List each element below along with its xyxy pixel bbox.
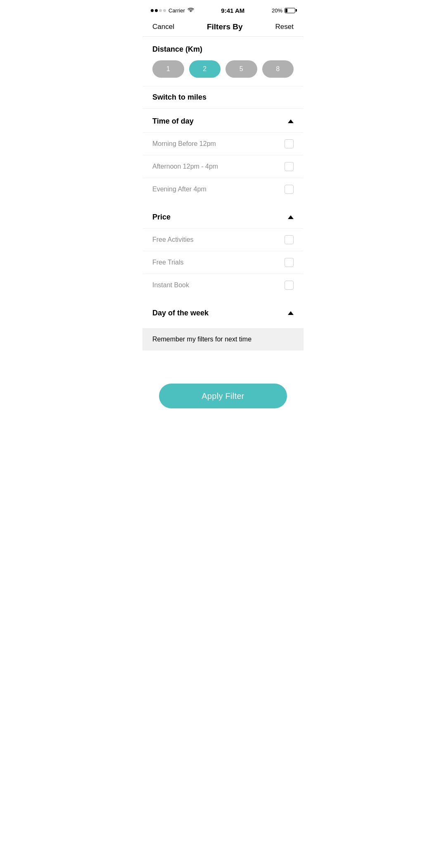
- distance-title: Distance (Km): [152, 45, 294, 54]
- evening-checkbox[interactable]: [285, 185, 294, 194]
- battery-fill: [285, 9, 288, 12]
- morning-checkbox[interactable]: [285, 139, 294, 148]
- nav-bar: Cancel Filters By Reset: [142, 18, 304, 37]
- free-activities-row[interactable]: Free Activities: [142, 228, 304, 251]
- switch-miles-row[interactable]: Switch to miles: [142, 86, 304, 109]
- day-of-week-arrow-icon: [288, 311, 294, 315]
- signal-icon: [151, 9, 166, 12]
- battery-icon: [285, 8, 295, 13]
- distance-buttons: 1 2 5 8: [152, 60, 294, 78]
- morning-label: Morning Before 12pm: [152, 140, 216, 148]
- distance-option-3[interactable]: 5: [225, 60, 257, 78]
- wifi-icon: [187, 8, 194, 13]
- morning-row[interactable]: Morning Before 12pm: [142, 132, 304, 155]
- carrier-label: Carrier: [168, 7, 185, 14]
- reset-button[interactable]: Reset: [275, 23, 294, 31]
- page-title: Filters By: [207, 22, 243, 31]
- remember-label: Remember my filters for next time: [152, 336, 251, 343]
- remember-bar[interactable]: Remember my filters for next time: [142, 328, 304, 351]
- switch-miles-label: Switch to miles: [152, 93, 206, 101]
- instant-book-checkbox[interactable]: [285, 281, 294, 290]
- time-of-day-arrow-icon: [288, 119, 294, 123]
- time-of-day-header[interactable]: Time of day: [142, 109, 304, 132]
- cancel-button[interactable]: Cancel: [152, 23, 174, 31]
- free-trials-row[interactable]: Free Trials: [142, 251, 304, 274]
- status-time: 9:41 AM: [221, 7, 244, 14]
- status-right: 20%: [272, 7, 295, 14]
- instant-book-label: Instant Book: [152, 281, 189, 289]
- evening-row[interactable]: Evening After 4pm: [142, 178, 304, 200]
- evening-label: Evening After 4pm: [152, 186, 206, 193]
- price-arrow-icon: [288, 215, 294, 219]
- apply-btn-container: Apply Filter: [142, 375, 304, 421]
- spacer: [142, 351, 304, 375]
- free-trials-label: Free Trials: [152, 259, 184, 266]
- day-of-week-header[interactable]: Day of the week: [142, 300, 304, 324]
- signal-dot-4: [163, 9, 166, 12]
- signal-dot-1: [151, 9, 154, 12]
- day-of-week-title: Day of the week: [152, 309, 209, 317]
- status-left: Carrier: [151, 7, 194, 14]
- status-bar: Carrier 9:41 AM 20%: [142, 0, 304, 18]
- afternoon-label: Afternoon 12pm - 4pm: [152, 163, 218, 170]
- signal-dot-3: [159, 9, 162, 12]
- price-header[interactable]: Price: [142, 205, 304, 228]
- distance-section: Distance (Km) 1 2 5 8: [142, 37, 304, 78]
- battery-percentage: 20%: [272, 7, 282, 14]
- afternoon-row[interactable]: Afternoon 12pm - 4pm: [142, 155, 304, 178]
- free-trials-checkbox[interactable]: [285, 258, 294, 267]
- signal-dot-2: [155, 9, 158, 12]
- distance-option-1[interactable]: 1: [152, 60, 184, 78]
- apply-filter-button[interactable]: Apply Filter: [159, 384, 287, 408]
- afternoon-checkbox[interactable]: [285, 162, 294, 171]
- free-activities-label: Free Activities: [152, 236, 194, 243]
- distance-option-4[interactable]: 8: [262, 60, 294, 78]
- distance-option-2[interactable]: 2: [189, 60, 221, 78]
- free-activities-checkbox[interactable]: [285, 235, 294, 244]
- time-of-day-title: Time of day: [152, 117, 194, 126]
- instant-book-row[interactable]: Instant Book: [142, 274, 304, 296]
- price-title: Price: [152, 213, 171, 222]
